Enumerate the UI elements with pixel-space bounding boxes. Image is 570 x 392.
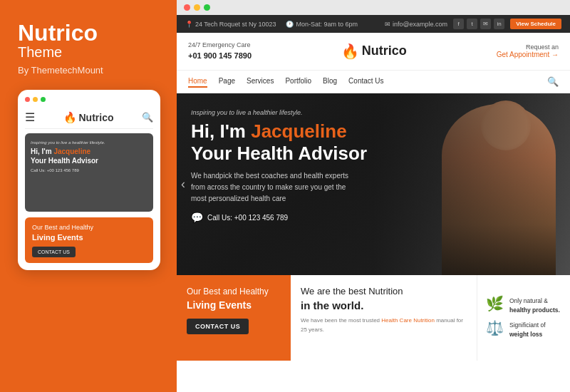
topbar-left: 📍 24 Tech Roquet st Ny 10023 🕐 Mon-Sat: … xyxy=(185,21,358,28)
mail-icon[interactable]: ✉ xyxy=(480,19,491,29)
hero-inspiring-text: Inspiring you to live a healthier lifest… xyxy=(191,109,556,116)
feature-natural: 🌿 Only natural & healthy products. xyxy=(486,296,561,315)
topbar-right: ✉ info@example.com f t ✉ in View Schedul… xyxy=(385,19,561,29)
hero-content: Inspiring you to live a healthier lifest… xyxy=(177,93,570,239)
natural-products-icon: 🌿 xyxy=(486,296,504,311)
dot-yellow xyxy=(33,97,38,102)
header-emergency: 24/7 Emergency Care +01 900 145 7890 xyxy=(188,40,252,63)
desktop-dot-yellow xyxy=(194,4,200,11)
nav-search-icon[interactable]: 🔍 xyxy=(547,76,559,87)
mobile-inspiring: Inspiring you to live a healthier lifest… xyxy=(31,140,147,145)
brand-name: Nutrico xyxy=(18,21,159,44)
view-schedule-button[interactable]: View Schedule xyxy=(510,19,561,29)
nav-contact[interactable]: Contact Us xyxy=(348,76,383,88)
hero-cta: 💬 Call Us: +00 123 456 789 xyxy=(191,212,556,223)
bottom-section: Our Best and Healthy Living Events CONTA… xyxy=(177,275,570,361)
mobile-logo: 🔥 Nutrico xyxy=(63,111,114,124)
events-title: Our Best and Healthy Living Events xyxy=(187,285,281,313)
whatsapp-icon: 💬 xyxy=(191,212,203,223)
facebook-icon[interactable]: f xyxy=(453,19,464,29)
nav-page[interactable]: Page xyxy=(219,76,235,88)
flame-icon: 🔥 xyxy=(63,111,77,124)
desktop-dot-green xyxy=(204,4,210,11)
mobile-mockup: ☰ 🔥 Nutrico 🔍 Inspiring you to live a he… xyxy=(18,90,160,270)
nav-blog[interactable]: Blog xyxy=(323,76,337,88)
mobile-contact-btn[interactable]: CONTACT US xyxy=(32,247,76,257)
feature-weight: ⚖️ Significiant of weight loss xyxy=(486,321,561,339)
main-nav: Home Page Services Portfolio Blog Contac… xyxy=(177,71,570,93)
hero-prev-arrow[interactable]: ‹ xyxy=(181,177,185,192)
features-panel: 🌿 Only natural & healthy products. ⚖️ Si… xyxy=(477,275,570,361)
hero-section: ‹ Inspiring you to live a healthier life… xyxy=(177,93,570,275)
nutrition-panel: We are the best Nutrition in the world. … xyxy=(291,275,477,361)
twitter-icon[interactable]: t xyxy=(467,19,477,29)
topbar-address: 📍 24 Tech Roquet st Ny 10023 xyxy=(185,21,276,28)
mobile-hero: Inspiring you to live a healthier lifest… xyxy=(25,133,153,212)
desktop-dot-red xyxy=(184,4,190,11)
nutrition-link[interactable]: Health Care Nutrition xyxy=(381,317,435,324)
feature-weight-text: Significiant of weight loss xyxy=(509,321,546,339)
nav-portfolio[interactable]: Portfolio xyxy=(285,76,311,88)
brand-by: By ThemetechMount xyxy=(18,65,159,76)
events-panel: Our Best and Healthy Living Events CONTA… xyxy=(177,275,291,361)
hero-call-text: Call Us: +00 123 456 789 xyxy=(207,214,288,222)
mobile-search-icon[interactable]: 🔍 xyxy=(142,112,153,123)
brand-sub: Theme xyxy=(18,44,159,61)
mobile-call-us: Call Us: +00 123 456 789 xyxy=(31,168,147,172)
mobile-hero-title: Hi, I'm Jacqueline Your Health Advisor xyxy=(31,147,147,165)
mobile-events-title: Our Best and Healthy Living Events xyxy=(32,223,146,243)
topbar-email: ✉ info@example.com xyxy=(385,21,447,28)
nutrition-desc: We have been the most trusted Health Car… xyxy=(301,316,467,335)
nav-home[interactable]: Home xyxy=(188,76,207,88)
mobile-nav: ☰ 🔥 Nutrico 🔍 xyxy=(25,108,153,129)
header-right: Request an Get Appointment → xyxy=(497,43,559,58)
logo-flame-icon: 🔥 xyxy=(341,43,359,60)
hamburger-icon[interactable]: ☰ xyxy=(25,110,35,124)
dot-green xyxy=(41,97,46,102)
feature-natural-text: Only natural & healthy products. xyxy=(509,296,560,315)
mobile-hero-text: Inspiring you to live a healthier lifest… xyxy=(31,140,147,172)
topbar-hours: 🕐 Mon-Sat: 9am to 6pm xyxy=(286,21,358,28)
get-appointment-link[interactable]: Get Appointment → xyxy=(497,51,559,58)
left-panel: Nutrico Theme By ThemetechMount ☰ 🔥 Nutr… xyxy=(0,0,177,392)
mobile-events: Our Best and Healthy Living Events CONTA… xyxy=(25,217,153,263)
nav-links: Home Page Services Portfolio Blog Contac… xyxy=(188,76,384,88)
header-logo: 🔥 Nutrico xyxy=(341,43,407,60)
mobile-window-dots xyxy=(25,97,153,102)
nutrition-title: We are the best Nutrition in the world. xyxy=(301,285,467,313)
social-icons: f t ✉ in xyxy=(453,19,504,29)
hero-title: Hi, I'm Jacqueline Your Health Advisor xyxy=(191,120,556,165)
desktop-mockup: 📍 24 Tech Roquet st Ny 10023 🕐 Mon-Sat: … xyxy=(177,0,570,392)
desktop-topbar: 📍 24 Tech Roquet st Ny 10023 🕐 Mon-Sat: … xyxy=(177,15,570,33)
nav-services[interactable]: Services xyxy=(247,76,274,88)
hero-name-orange: Jacqueline xyxy=(251,120,346,142)
weight-loss-icon: ⚖️ xyxy=(486,321,504,335)
contact-us-button[interactable]: CONTACT US xyxy=(187,319,249,334)
main-header: 24/7 Emergency Care +01 900 145 7890 🔥 N… xyxy=(177,33,570,71)
desktop-window-dots xyxy=(177,0,570,15)
linkedin-icon[interactable]: in xyxy=(494,19,504,29)
dot-red xyxy=(25,97,30,102)
hero-subtitle: We handpick the best coaches and health … xyxy=(191,170,362,205)
